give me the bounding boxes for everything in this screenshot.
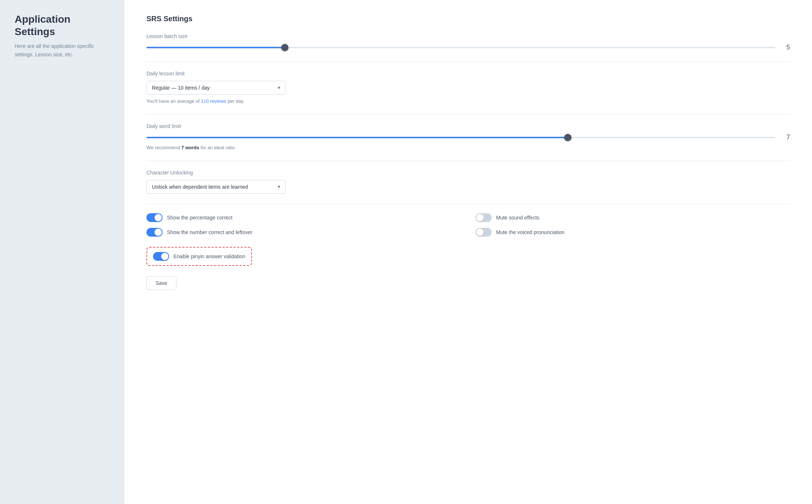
toggle-mute-sound[interactable] [476, 213, 492, 222]
toggle-mute-pronunciation[interactable] [476, 228, 492, 237]
toggle-row-mute-sound: Mute sound effects [476, 213, 790, 222]
toggle-show-number[interactable] [146, 228, 163, 237]
lesson-batch-slider-row: 5 [146, 44, 790, 51]
daily-word-slider-row: 7 [146, 133, 790, 141]
toggle-mute-pronunciation-label: Mute the voiced pronunciation [496, 229, 565, 235]
daily-lesson-select[interactable]: Regular — 10 items / day Slow — 5 items … [146, 81, 286, 95]
character-unlocking-select-wrapper: Unlock when dependent items are learned … [146, 180, 286, 194]
character-unlocking-label: Character Unlocking [146, 170, 790, 176]
character-unlocking-setting: Character Unlocking Unlock when dependen… [146, 170, 790, 194]
toggle-mute-pronunciation-knob [476, 229, 484, 236]
daily-word-value: 7 [781, 133, 790, 141]
divider-4 [146, 204, 790, 204]
toggle-pinyin-validation-label: Enable pinyin answer validation [174, 253, 245, 259]
divider-3 [146, 161, 790, 161]
toggles-grid: Show the percentage correct Mute sound e… [146, 213, 790, 237]
daily-lesson-setting: Daily lesson limit Regular — 10 items / … [146, 71, 790, 104]
toggle-mute-sound-knob [476, 214, 484, 221]
lesson-batch-track-fill [146, 47, 285, 48]
daily-word-track-fill [146, 137, 568, 138]
toggle-mute-sound-label: Mute sound effects [496, 215, 539, 221]
toggle-pinyin-validation[interactable] [153, 252, 169, 261]
toggle-show-percentage[interactable] [146, 213, 163, 222]
toggle-show-number-label: Show the number correct and leftover [167, 229, 252, 235]
page-title: Application Settings [15, 13, 110, 38]
lesson-batch-thumb[interactable] [281, 44, 288, 51]
recommend-info: We recommend 7 words for an ideal ratio. [146, 145, 790, 150]
toggle-row-show-percentage: Show the percentage correct [146, 213, 461, 222]
review-count: 110 reviews [201, 98, 226, 104]
daily-lesson-label: Daily lesson limit [146, 71, 790, 76]
sidebar: Application Settings Here are all the ap… [0, 0, 124, 504]
page-description: Here are all the application specific se… [15, 42, 110, 59]
lesson-batch-setting: Lesson batch size 5 [146, 33, 790, 51]
character-unlocking-select[interactable]: Unlock when dependent items are learned … [146, 180, 286, 194]
save-button[interactable]: Save [146, 276, 176, 290]
app-layout: Application Settings Here are all the ap… [0, 0, 812, 504]
divider-1 [146, 61, 790, 62]
daily-lesson-select-wrapper: Regular — 10 items / day Slow — 5 items … [146, 81, 286, 95]
toggle-row-mute-pronunciation: Mute the voiced pronunciation [476, 228, 790, 237]
divider-2 [146, 114, 790, 114]
lesson-batch-label: Lesson batch size [146, 33, 790, 39]
review-info: You'll have an average of 110 reviews pe… [146, 98, 790, 104]
main-content: SRS Settings Lesson batch size 5 Daily l… [124, 0, 812, 504]
toggle-show-number-knob [154, 229, 162, 236]
daily-word-thumb[interactable] [564, 134, 571, 141]
toggle-show-percentage-label: Show the percentage correct [167, 215, 232, 221]
lesson-batch-slider-container [146, 44, 775, 51]
daily-word-label: Daily word limit [146, 123, 790, 129]
toggle-show-percentage-knob [154, 214, 162, 221]
lesson-batch-value: 5 [781, 44, 790, 51]
recommend-bold: 7 words [181, 145, 199, 150]
toggle-pinyin-validation-knob [161, 253, 168, 260]
daily-word-setting: Daily word limit 7 We recommend 7 words … [146, 123, 790, 150]
section-title: SRS Settings [146, 15, 790, 23]
toggle-row-show-number: Show the number correct and leftover [146, 228, 461, 237]
pinyin-validation-row: Enable pinyin answer validation [146, 247, 252, 266]
daily-word-slider-container [146, 134, 775, 141]
